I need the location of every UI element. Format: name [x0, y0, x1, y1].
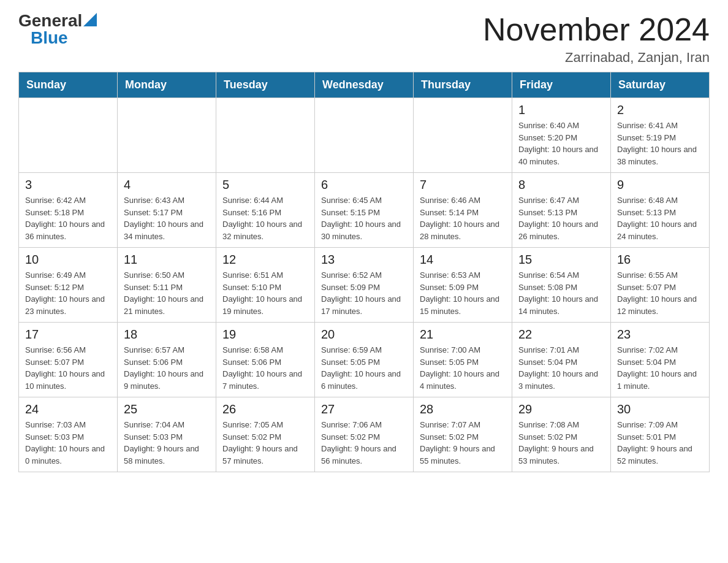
day-info: Sunrise: 6:59 AM Sunset: 5:05 PM Dayligh…: [321, 344, 407, 392]
day-number: 22: [518, 327, 604, 342]
calendar-cell: 23Sunrise: 7:02 AM Sunset: 5:04 PM Dayli…: [611, 323, 710, 397]
day-number: 9: [617, 178, 703, 192]
day-number: 13: [321, 253, 407, 267]
weekday-header-tuesday: Tuesday: [216, 72, 315, 98]
day-number: 16: [617, 253, 703, 267]
day-number: 11: [124, 253, 210, 267]
day-info: Sunrise: 6:48 AM Sunset: 5:13 PM Dayligh…: [617, 194, 703, 242]
day-info: Sunrise: 7:03 AM Sunset: 5:03 PM Dayligh…: [25, 419, 111, 467]
day-info: Sunrise: 6:57 AM Sunset: 5:06 PM Dayligh…: [124, 344, 210, 392]
calendar-cell: 16Sunrise: 6:55 AM Sunset: 5:07 PM Dayli…: [611, 248, 710, 323]
calendar-cell: 8Sunrise: 6:47 AM Sunset: 5:13 PM Daylig…: [512, 173, 611, 248]
day-number: 1: [518, 103, 604, 117]
day-info: Sunrise: 6:56 AM Sunset: 5:07 PM Dayligh…: [25, 344, 111, 392]
day-info: Sunrise: 6:58 AM Sunset: 5:06 PM Dayligh…: [222, 344, 308, 392]
calendar-cell: [118, 98, 216, 173]
day-number: 28: [420, 402, 506, 416]
day-info: Sunrise: 6:50 AM Sunset: 5:11 PM Dayligh…: [124, 269, 210, 317]
weekday-header-sunday: Sunday: [19, 72, 118, 98]
logo: General Blue: [18, 12, 97, 47]
calendar-row-1: 3Sunrise: 6:42 AM Sunset: 5:18 PM Daylig…: [19, 173, 710, 248]
calendar-cell: 20Sunrise: 6:59 AM Sunset: 5:05 PM Dayli…: [315, 323, 414, 397]
day-number: 14: [420, 253, 506, 267]
calendar-cell: 14Sunrise: 6:53 AM Sunset: 5:09 PM Dayli…: [414, 248, 512, 323]
day-number: 29: [518, 402, 604, 416]
calendar-cell: 24Sunrise: 7:03 AM Sunset: 5:03 PM Dayli…: [19, 397, 118, 472]
day-info: Sunrise: 7:01 AM Sunset: 5:04 PM Dayligh…: [518, 344, 604, 392]
weekday-header-saturday: Saturday: [611, 72, 710, 98]
calendar-cell: 1Sunrise: 6:40 AM Sunset: 5:20 PM Daylig…: [512, 98, 611, 173]
day-info: Sunrise: 6:51 AM Sunset: 5:10 PM Dayligh…: [222, 269, 308, 317]
calendar-cell: 9Sunrise: 6:48 AM Sunset: 5:13 PM Daylig…: [611, 173, 710, 248]
calendar-cell: 13Sunrise: 6:52 AM Sunset: 5:09 PM Dayli…: [315, 248, 414, 323]
calendar-cell: 30Sunrise: 7:09 AM Sunset: 5:01 PM Dayli…: [611, 397, 710, 472]
day-info: Sunrise: 6:43 AM Sunset: 5:17 PM Dayligh…: [124, 194, 210, 242]
day-info: Sunrise: 6:46 AM Sunset: 5:14 PM Dayligh…: [420, 194, 506, 242]
calendar-cell: 29Sunrise: 7:08 AM Sunset: 5:02 PM Dayli…: [512, 397, 611, 472]
title-section: November 2024 Zarrinabad, Zanjan, Iran: [483, 12, 710, 66]
calendar-cell: [315, 98, 414, 173]
weekday-header-monday: Monday: [118, 72, 216, 98]
calendar-cell: 3Sunrise: 6:42 AM Sunset: 5:18 PM Daylig…: [19, 173, 118, 248]
day-info: Sunrise: 7:09 AM Sunset: 5:01 PM Dayligh…: [617, 419, 703, 467]
day-number: 18: [124, 327, 210, 342]
calendar-cell: 4Sunrise: 6:43 AM Sunset: 5:17 PM Daylig…: [118, 173, 216, 248]
day-number: 8: [518, 178, 604, 192]
calendar-cell: 22Sunrise: 7:01 AM Sunset: 5:04 PM Dayli…: [512, 323, 611, 397]
day-info: Sunrise: 7:07 AM Sunset: 5:02 PM Dayligh…: [420, 419, 506, 467]
month-title: November 2024: [483, 12, 710, 47]
day-info: Sunrise: 6:47 AM Sunset: 5:13 PM Dayligh…: [518, 194, 604, 242]
calendar-table: SundayMondayTuesdayWednesdayThursdayFrid…: [18, 72, 710, 472]
day-number: 3: [25, 178, 111, 192]
day-number: 26: [222, 402, 308, 416]
weekday-header-thursday: Thursday: [414, 72, 512, 98]
day-info: Sunrise: 7:02 AM Sunset: 5:04 PM Dayligh…: [617, 344, 703, 392]
calendar-cell: 25Sunrise: 7:04 AM Sunset: 5:03 PM Dayli…: [118, 397, 216, 472]
day-number: 23: [617, 327, 703, 342]
svg-marker-0: [83, 13, 97, 26]
day-info: Sunrise: 7:05 AM Sunset: 5:02 PM Dayligh…: [222, 419, 308, 467]
day-info: Sunrise: 6:49 AM Sunset: 5:12 PM Dayligh…: [25, 269, 111, 317]
day-number: 15: [518, 253, 604, 267]
day-number: 20: [321, 327, 407, 342]
day-number: 5: [222, 178, 308, 192]
location-title: Zarrinabad, Zanjan, Iran: [483, 50, 710, 66]
day-info: Sunrise: 6:54 AM Sunset: 5:08 PM Dayligh…: [518, 269, 604, 317]
day-number: 27: [321, 402, 407, 416]
calendar-cell: 7Sunrise: 6:46 AM Sunset: 5:14 PM Daylig…: [414, 173, 512, 248]
calendar-cell: 6Sunrise: 6:45 AM Sunset: 5:15 PM Daylig…: [315, 173, 414, 248]
weekday-header-wednesday: Wednesday: [315, 72, 414, 98]
calendar-cell: 28Sunrise: 7:07 AM Sunset: 5:02 PM Dayli…: [414, 397, 512, 472]
calendar-row-2: 10Sunrise: 6:49 AM Sunset: 5:12 PM Dayli…: [19, 248, 710, 323]
day-info: Sunrise: 7:06 AM Sunset: 5:02 PM Dayligh…: [321, 419, 407, 467]
calendar-cell: 15Sunrise: 6:54 AM Sunset: 5:08 PM Dayli…: [512, 248, 611, 323]
calendar-cell: 10Sunrise: 6:49 AM Sunset: 5:12 PM Dayli…: [19, 248, 118, 323]
day-number: 10: [25, 253, 111, 267]
page-header: General Blue November 2024 Zarrinabad, Z…: [18, 12, 710, 66]
calendar-cell: 18Sunrise: 6:57 AM Sunset: 5:06 PM Dayli…: [118, 323, 216, 397]
day-info: Sunrise: 7:00 AM Sunset: 5:05 PM Dayligh…: [420, 344, 506, 392]
day-number: 2: [617, 103, 703, 117]
day-number: 19: [222, 327, 308, 342]
logo-triangle-icon: [83, 13, 97, 26]
day-number: 30: [617, 402, 703, 416]
logo-blue-text: Blue: [18, 29, 68, 47]
calendar-cell: 27Sunrise: 7:06 AM Sunset: 5:02 PM Dayli…: [315, 397, 414, 472]
day-number: 24: [25, 402, 111, 416]
day-info: Sunrise: 6:53 AM Sunset: 5:09 PM Dayligh…: [420, 269, 506, 317]
calendar-cell: 21Sunrise: 7:00 AM Sunset: 5:05 PM Dayli…: [414, 323, 512, 397]
calendar-cell: 11Sunrise: 6:50 AM Sunset: 5:11 PM Dayli…: [118, 248, 216, 323]
day-number: 21: [420, 327, 506, 342]
day-info: Sunrise: 7:08 AM Sunset: 5:02 PM Dayligh…: [518, 419, 604, 467]
day-number: 6: [321, 178, 407, 192]
day-info: Sunrise: 6:45 AM Sunset: 5:15 PM Dayligh…: [321, 194, 407, 242]
calendar-cell: 2Sunrise: 6:41 AM Sunset: 5:19 PM Daylig…: [611, 98, 710, 173]
logo-general-text: General: [18, 12, 82, 29]
day-info: Sunrise: 6:55 AM Sunset: 5:07 PM Dayligh…: [617, 269, 703, 317]
day-info: Sunrise: 6:44 AM Sunset: 5:16 PM Dayligh…: [222, 194, 308, 242]
weekday-header-row: SundayMondayTuesdayWednesdayThursdayFrid…: [19, 72, 710, 98]
calendar-cell: 12Sunrise: 6:51 AM Sunset: 5:10 PM Dayli…: [216, 248, 315, 323]
day-number: 12: [222, 253, 308, 267]
day-info: Sunrise: 6:42 AM Sunset: 5:18 PM Dayligh…: [25, 194, 111, 242]
day-number: 4: [124, 178, 210, 192]
